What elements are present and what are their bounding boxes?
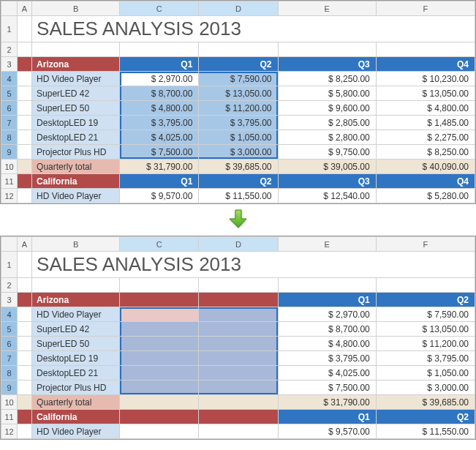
row-header-8[interactable]: 8 [1, 130, 18, 145]
region-name[interactable]: Arizona [32, 293, 120, 307]
cell[interactable]: $ 9,570.00 [278, 424, 376, 439]
cell[interactable]: $ 3,795.00 [376, 351, 475, 366]
col-header-B[interactable]: B [32, 1, 120, 16]
region-name[interactable]: California [32, 410, 120, 424]
row-header-8[interactable]: 8 [1, 366, 18, 380]
product-name[interactable]: SuperLED 42 [32, 86, 120, 101]
cell[interactable]: $ 8,250.00 [278, 72, 376, 86]
cell[interactable]: $ 13,050.00 [376, 86, 475, 101]
cell[interactable]: $ 2,800.00 [278, 130, 376, 145]
cell[interactable]: $ 4,025.00 [120, 130, 199, 145]
region-name[interactable]: California [32, 174, 120, 189]
cell[interactable]: $ 7,590.00 [376, 307, 475, 322]
col-header-F[interactable]: F [376, 237, 475, 252]
product-name[interactable]: SuperLED 42 [32, 322, 120, 337]
cell[interactable]: $ 3,000.00 [199, 145, 278, 160]
col-header-D[interactable]: D [199, 1, 278, 16]
product-name[interactable]: SuperLED 50 [32, 101, 120, 116]
cell[interactable]: $ 13,050.00 [199, 86, 278, 101]
cell[interactable]: $ 3,795.00 [278, 351, 376, 366]
row-header-2[interactable]: 2 [1, 42, 18, 57]
cell[interactable]: $ 7,500.00 [278, 380, 376, 395]
cell[interactable] [120, 307, 199, 322]
cell[interactable]: $ 3,795.00 [120, 116, 199, 130]
total-label[interactable]: Quarterly total [32, 395, 120, 410]
quarter-header[interactable]: Q3 [278, 174, 376, 189]
cell[interactable]: $ 4,025.00 [278, 366, 376, 380]
cell[interactable]: $ 8,250.00 [376, 145, 475, 160]
product-name[interactable]: HD Video Player [32, 72, 120, 86]
row-header-5[interactable]: 5 [1, 322, 18, 337]
cell[interactable]: $ 7,590.00 [199, 72, 278, 86]
row-header-3[interactable]: 3 [1, 293, 18, 307]
product-name[interactable]: DesktopLED 19 [32, 116, 120, 130]
col-header-C[interactable]: C [120, 237, 199, 252]
cell[interactable]: $ 4,800.00 [278, 337, 376, 351]
cell[interactable] [199, 322, 278, 337]
product-name[interactable]: DesktopLED 21 [32, 366, 120, 380]
cell[interactable]: $ 5,800.00 [278, 86, 376, 101]
row-header-10[interactable]: 10 [1, 160, 18, 174]
cell[interactable]: $ 3,795.00 [199, 116, 278, 130]
quarter-header[interactable]: Q2 [376, 293, 475, 307]
cell[interactable]: $ 9,600.00 [278, 101, 376, 116]
cell[interactable]: $ 7,500.00 [120, 145, 199, 160]
quarter-header[interactable]: Q1 [278, 293, 376, 307]
cell[interactable] [120, 337, 199, 351]
product-name[interactable]: HD Video Player [32, 189, 120, 203]
cell[interactable]: $ 8,700.00 [278, 322, 376, 337]
cell[interactable]: $ 2,970.00 [120, 72, 199, 86]
product-name[interactable]: DesktopLED 21 [32, 130, 120, 145]
col-header-F[interactable]: F [376, 1, 475, 16]
col-header-A[interactable]: A [18, 237, 32, 252]
quarter-header[interactable]: Q2 [199, 57, 278, 72]
cell[interactable]: $ 9,750.00 [278, 145, 376, 160]
row-header-3[interactable]: 3 [1, 57, 18, 72]
quarter-header[interactable]: Q3 [278, 57, 376, 72]
cell[interactable] [199, 380, 278, 395]
row-header-2[interactable]: 2 [1, 278, 18, 293]
cell[interactable]: $ 39,005.00 [278, 160, 376, 174]
col-header-E[interactable]: E [278, 237, 376, 252]
grid[interactable]: A B C D E F 1 SALES ANALYSIS 2013 2 3 Ar… [1, 1, 475, 203]
cell[interactable]: $ 2,805.00 [278, 116, 376, 130]
cell[interactable] [199, 351, 278, 366]
column-header-row[interactable]: A B C D E F [1, 1, 475, 16]
cell[interactable] [199, 307, 278, 322]
cell[interactable]: $ 11,200.00 [376, 337, 475, 351]
product-name[interactable]: SuperLED 50 [32, 337, 120, 351]
row-header-7[interactable]: 7 [1, 351, 18, 366]
cell[interactable] [120, 322, 199, 337]
product-name[interactable]: DesktopLED 19 [32, 351, 120, 366]
row-header-12[interactable]: 12 [1, 189, 18, 203]
cell[interactable]: $ 2,970.00 [278, 307, 376, 322]
row-header-4[interactable]: 4 [1, 307, 18, 322]
col-header-A[interactable]: A [18, 1, 32, 16]
cell[interactable]: $ 11,200.00 [199, 101, 278, 116]
cell[interactable]: $ 11,550.00 [199, 189, 278, 203]
quarter-header[interactable]: Q2 [199, 174, 278, 189]
row-header-9[interactable]: 9 [1, 145, 18, 160]
quarter-header[interactable]: Q4 [376, 57, 475, 72]
col-header-D[interactable]: D [199, 237, 278, 252]
cell[interactable]: $ 13,050.00 [376, 322, 475, 337]
cell[interactable] [120, 366, 199, 380]
grid[interactable]: A B C D E F 1 SALES ANALYSIS 2013 2 3 Ar… [1, 236, 475, 439]
cell[interactable]: $ 4,800.00 [376, 101, 475, 116]
product-name[interactable]: HD Video Player [32, 424, 120, 439]
quarter-header[interactable]: Q1 [278, 410, 376, 424]
cell[interactable] [199, 337, 278, 351]
cell[interactable]: $ 40,090.00 [376, 160, 475, 174]
row-header-1[interactable]: 1 [1, 16, 18, 42]
quarter-header[interactable]: Q1 [120, 174, 199, 189]
cell[interactable] [120, 351, 199, 366]
quarter-header[interactable]: Q2 [376, 410, 475, 424]
region-name[interactable]: Arizona [32, 57, 120, 72]
select-all-corner[interactable] [1, 237, 18, 252]
row-header-10[interactable]: 10 [1, 395, 18, 410]
row-header-11[interactable]: 11 [1, 410, 18, 424]
cell[interactable]: $ 31,790.00 [120, 160, 199, 174]
cell[interactable]: $ 2,275.00 [376, 130, 475, 145]
cell[interactable]: $ 3,000.00 [376, 380, 475, 395]
row-header-5[interactable]: 5 [1, 86, 18, 101]
